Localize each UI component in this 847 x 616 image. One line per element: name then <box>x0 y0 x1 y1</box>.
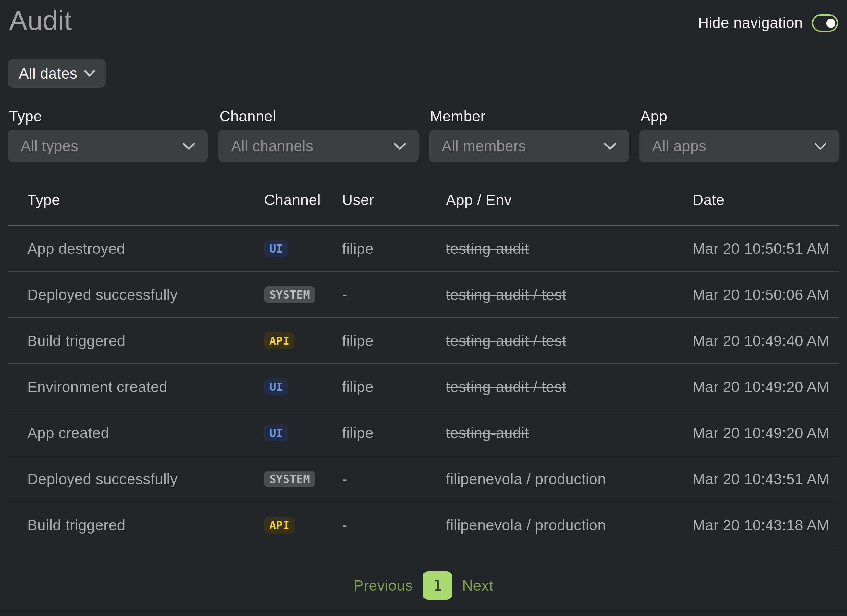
filter-app: App All apps <box>639 108 840 162</box>
filter-type: Type All types <box>8 108 208 162</box>
page-1-button[interactable]: 1 <box>422 571 452 600</box>
type-cell: Deployed successfully <box>27 470 264 488</box>
filter-member-label: Member <box>430 108 629 125</box>
filter-app-select[interactable]: All apps <box>639 130 840 162</box>
app-env-cell: testing-audit / test <box>446 286 692 303</box>
date-cell: Mar 20 10:43:51 AM <box>692 470 838 488</box>
app-env-cell: filipenevola / production <box>446 516 692 534</box>
channel-badge: API <box>264 332 295 349</box>
user-cell: - <box>342 286 446 303</box>
filter-bar: Type All types Channel All channels Memb… <box>8 108 839 162</box>
next-button[interactable]: Next <box>462 577 493 594</box>
hide-navigation-label: Hide navigation <box>698 14 803 32</box>
filter-channel-label: Channel <box>220 108 419 125</box>
table-row: Build triggered API filipe testing-audit… <box>8 318 838 364</box>
user-cell: filipe <box>342 378 446 396</box>
filter-channel-value: All channels <box>232 137 313 155</box>
pagination: Previous 1 Next <box>0 571 847 600</box>
column-header-date: Date <box>692 192 838 209</box>
filter-member: Member All members <box>429 108 629 162</box>
all-dates-button[interactable]: All dates <box>8 59 106 88</box>
previous-button[interactable]: Previous <box>354 577 413 594</box>
filter-app-value: All apps <box>652 137 707 155</box>
type-cell: App created <box>27 424 264 442</box>
user-cell: filipe <box>342 240 446 257</box>
channel-badge: SYSTEM <box>264 286 315 303</box>
column-header-type: Type <box>27 192 264 209</box>
chevron-down-icon <box>183 142 195 150</box>
app-env-cell: filipenevola / production <box>446 470 692 488</box>
all-dates-label: All dates <box>19 65 77 82</box>
filter-type-label: Type <box>9 108 208 125</box>
table-row: Deployed successfully SYSTEM - testing-a… <box>8 272 838 318</box>
hide-navigation-toggle[interactable] <box>812 14 838 32</box>
column-header-channel: Channel <box>264 192 342 209</box>
type-cell: Build triggered <box>27 332 264 350</box>
chevron-down-icon <box>604 142 616 150</box>
user-cell: filipe <box>342 332 446 350</box>
app-env-cell: testing-audit / test <box>446 332 692 350</box>
audit-table: Type Channel User App / Env Date App des… <box>8 175 838 548</box>
toggle-knob-icon <box>826 19 835 28</box>
audit-page: Audit Hide navigation All dates Type All… <box>0 0 847 616</box>
channel-badge: API <box>264 516 295 533</box>
date-cell: Mar 20 10:43:18 AM <box>692 516 838 534</box>
column-header-app-env: App / Env <box>446 192 692 209</box>
type-cell: Environment created <box>27 378 264 396</box>
table-row: App destroyed UI filipe testing-audit Ma… <box>8 226 838 272</box>
app-env-cell: testing-audit / test <box>446 378 692 396</box>
filter-type-select[interactable]: All types <box>8 130 208 162</box>
chevron-down-icon <box>815 142 826 150</box>
app-env-cell: testing-audit <box>446 240 692 257</box>
channel-badge: UI <box>264 424 288 442</box>
chevron-down-icon <box>84 70 95 77</box>
filter-member-select[interactable]: All members <box>429 130 629 162</box>
bottom-edge-strip <box>0 608 847 616</box>
table-row: Deployed successfully SYSTEM - filipenev… <box>8 456 838 502</box>
type-cell: Deployed successfully <box>27 286 264 303</box>
app-env-cell: testing-audit <box>446 424 692 442</box>
filter-channel-select[interactable]: All channels <box>218 130 419 162</box>
date-cell: Mar 20 10:50:51 AM <box>692 240 838 257</box>
column-header-user: User <box>342 192 446 209</box>
channel-badge: UI <box>264 240 288 257</box>
filter-channel: Channel All channels <box>218 108 419 162</box>
chevron-down-icon <box>394 142 405 150</box>
filter-member-value: All members <box>442 137 526 155</box>
hide-navigation-control: Hide navigation <box>698 14 838 32</box>
date-cell: Mar 20 10:49:20 AM <box>692 424 838 442</box>
date-cell: Mar 20 10:50:06 AM <box>692 286 838 303</box>
page-title: Audit <box>9 4 72 38</box>
type-cell: App destroyed <box>27 240 264 257</box>
table-row: App created UI filipe testing-audit Mar … <box>8 410 838 456</box>
table-row: Environment created UI filipe testing-au… <box>8 364 838 410</box>
date-cell: Mar 20 10:49:40 AM <box>692 332 838 350</box>
user-cell: - <box>342 516 446 534</box>
filter-type-value: All types <box>21 137 78 155</box>
table-row: Build triggered API - filipenevola / pro… <box>8 502 838 548</box>
channel-badge: SYSTEM <box>264 470 315 487</box>
table-header-row: Type Channel User App / Env Date <box>8 175 838 226</box>
user-cell: filipe <box>342 424 446 442</box>
filter-app-label: App <box>640 108 840 125</box>
user-cell: - <box>342 470 446 488</box>
date-cell: Mar 20 10:49:20 AM <box>692 378 838 396</box>
channel-badge: UI <box>264 378 288 395</box>
type-cell: Build triggered <box>27 516 264 534</box>
